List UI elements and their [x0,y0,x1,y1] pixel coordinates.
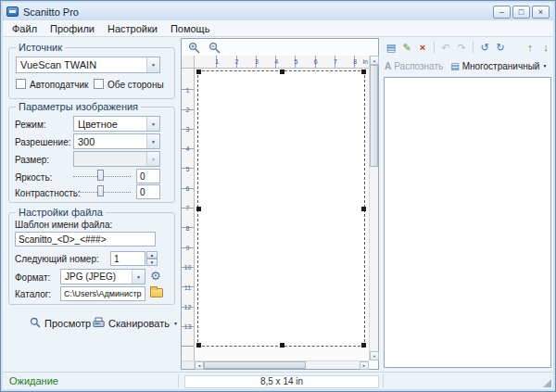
contrast-value-input[interactable] [136,184,160,199]
template-input[interactable] [15,232,156,247]
magnifier-icon [30,317,41,330]
format-label: Формат: [15,272,50,283]
close-button[interactable]: × [532,6,550,19]
title-bar[interactable]: Scanitto Pro – □ × [3,3,553,20]
selection-rect[interactable] [197,70,365,347]
selection-handle[interactable] [280,343,284,348]
source-group-title: Источник [16,42,65,53]
scroll-left-button[interactable]: ◄ [195,361,204,370]
move-up-icon[interactable]: ↑ [523,40,537,55]
horizontal-ruler: 12345678 in [195,56,369,69]
recognize-button-label: Распознать [394,61,443,71]
ruler-number: 4 [266,56,285,68]
mode-select[interactable]: Цветное ▼ [73,116,160,132]
adf-checkbox[interactable] [16,79,26,89]
rotate-left-icon[interactable]: ↺ [477,40,492,55]
scroll-up-button[interactable]: ▲ [370,56,379,65]
preview-toolbar [182,39,378,56]
preview-canvas[interactable] [195,69,369,360]
contrast-slider[interactable] [73,184,131,198]
brightness-slider-thumb[interactable] [97,170,104,181]
delete-icon[interactable]: × [415,40,430,55]
menu-item[interactable]: Помощь [164,21,217,36]
ruler-number: 6 [306,56,325,68]
ruler-options-corner[interactable] [182,360,195,369]
next-number-input[interactable] [110,251,145,266]
window-title: Scanitto Pro [23,6,79,18]
spin-up-button[interactable]: ▲ [146,251,158,259]
device-select-value: VueScan TWAIN [17,59,146,70]
pages-panel: ▤ ✎ × ↶ ↷ ↺ ↻ ↑ ↓ A Распознать ▤ Многост… [382,38,553,370]
preview-button[interactable]: Просмотр [27,315,94,332]
maximize-button[interactable]: □ [512,6,530,19]
brightness-value-input[interactable] [136,169,160,183]
pages-list[interactable] [384,77,551,368]
horizontal-scroll-thumb[interactable] [204,361,306,369]
preview-panel: 12345678 in 12345678910111213 ▲ [181,38,379,370]
selection-handle[interactable] [196,207,201,211]
menu-item[interactable]: Настройки [101,21,164,36]
folder-browse-icon[interactable] [150,288,163,297]
device-select[interactable]: VueScan TWAIN ▼ [16,57,160,73]
ruler-number: 2 [227,56,246,68]
preview-button-label: Просмотр [44,318,91,329]
ruler-number: 5 [286,56,306,68]
format-settings-gear-icon[interactable]: ⚙ [150,270,161,282]
ruler-number: 1 [208,56,227,68]
multipage-caret-icon: ▼ [542,63,547,69]
menu-item[interactable]: Файл [6,21,44,36]
vertical-scroll-thumb[interactable] [370,65,378,167]
pages-toolbar: ▤ ✎ × ↶ ↷ ↺ ↻ ↑ ↓ [382,38,553,57]
ruler-number: 10 [182,258,194,277]
ruler-number: 4 [182,139,194,158]
recognize-button[interactable]: A Распознать [385,61,443,71]
spin-down-button[interactable]: ▼ [146,259,158,266]
app-window: Scanitto Pro – □ × ФайлПрофилиНастройкиП… [0,0,556,392]
contrast-slider-thumb[interactable] [97,185,104,196]
resolution-select[interactable]: 300 ▼ [73,133,160,149]
chevron-down-icon: ▼ [146,152,159,166]
undo-icon[interactable]: ↶ [438,40,453,55]
toolbar-separator [434,42,435,54]
horizontal-scrollbar[interactable]: ◄ ► [195,360,369,369]
rotate-right-icon[interactable]: ↻ [493,40,508,55]
zoom-out-icon[interactable] [208,41,221,55]
resolution-label: Разрешение: [15,137,71,147]
selection-handle[interactable] [361,207,366,211]
scroll-down-button[interactable]: ▼ [370,351,379,360]
status-divider [178,374,179,387]
redo-icon[interactable]: ↷ [454,40,469,55]
selection-handle[interactable] [280,70,284,74]
ruler-corner [182,56,195,69]
file-settings-group-title: Настройки файла [16,207,106,218]
ruler-number: 6 [182,179,194,198]
page-size-indicator: 8,5 x 14 in [184,375,379,388]
selection-handle[interactable] [361,70,366,74]
ocr-icon: A [385,61,391,71]
scroll-right-button[interactable]: ► [360,361,369,370]
minimize-button[interactable]: – [493,6,511,19]
ruler-number: 2 [182,100,194,120]
brightness-slider[interactable] [73,169,131,183]
selection-handle[interactable] [361,343,366,348]
duplex-checkbox[interactable] [94,79,104,89]
menu-item[interactable]: Профили [44,21,101,36]
move-down-icon[interactable]: ↓ [538,40,553,55]
save-icon[interactable]: ▤ [384,40,398,55]
vertical-scrollbar[interactable]: ▲ ▼ [369,56,378,360]
size-select[interactable]: ▼ [73,151,160,167]
multipage-button[interactable]: ▤ Многостраничный ▼ [450,61,547,71]
folder-input[interactable] [60,286,145,301]
format-select[interactable]: JPG (JPEG) ▼ [60,269,145,285]
adf-checkbox-label: Автоподатчик [30,80,88,90]
edit-icon[interactable]: ✎ [399,40,414,55]
resize-grip[interactable] [543,379,551,387]
zoom-in-icon[interactable] [187,41,201,55]
toolbar-separator [473,42,474,54]
selection-handle[interactable] [196,343,201,348]
selection-handle[interactable] [196,70,201,74]
scan-options-caret-icon[interactable]: ▼ [173,321,178,326]
ruler-number: 13 [182,317,194,336]
mode-select-value: Цветное [74,119,146,130]
scan-button[interactable]: Сканировать ▼ [90,315,181,332]
